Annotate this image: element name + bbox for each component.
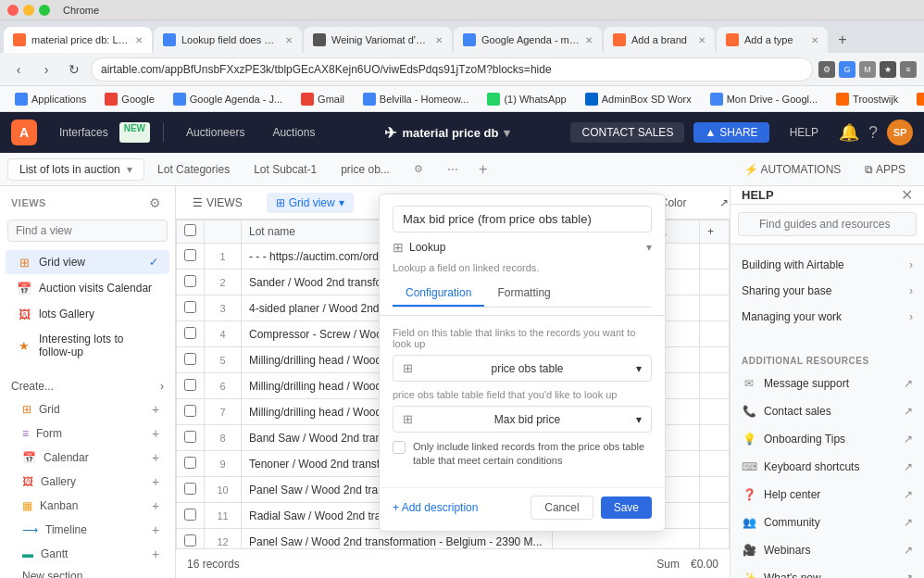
new-tab-button[interactable]: + [830, 27, 855, 53]
add-calendar-plus[interactable]: + [147, 449, 164, 466]
help-item-whatsnew[interactable]: ✨ What's new ↗ [730, 564, 924, 578]
tab-price-ob[interactable]: price ob... [330, 159, 401, 180]
row-checkbox-cell[interactable] [177, 347, 205, 373]
chrome-tab-6[interactable]: Add a type ✕ [717, 27, 828, 53]
bookmark-whatsapp[interactable]: (1) WhatsApp [480, 89, 573, 109]
row-checkbox-cell[interactable] [177, 399, 205, 425]
help-item-onboarding[interactable]: 💡 Onboarding Tips ↗ [730, 425, 924, 453]
add-description-button[interactable]: + Add description [393, 501, 478, 514]
url-bar[interactable]: airtable.com/appBfUnsbFXxzPE3k/tblpGEcAX… [91, 57, 813, 82]
bookmark-troostwijk[interactable]: Troostwijk [829, 89, 905, 109]
tab-settings[interactable]: ⚙ [403, 159, 434, 179]
type-chevron-icon[interactable]: ▾ [646, 241, 652, 254]
help-item-keyboard[interactable]: ⌨ Keyboard shortcuts ↗ [730, 453, 924, 481]
row-checkbox[interactable] [184, 249, 196, 261]
row-checkbox[interactable] [184, 353, 196, 365]
col-add[interactable]: + [700, 220, 730, 244]
filter-checkbox[interactable] [393, 441, 406, 454]
tab-close-3[interactable]: ✕ [435, 35, 443, 45]
chrome-tab-4[interactable]: Google Agenda - mardi,... ✕ [454, 27, 602, 53]
help-item-managing[interactable]: Managing your work › [730, 304, 924, 330]
cancel-button[interactable]: Cancel [531, 496, 593, 520]
sidebar-gear-icon[interactable]: ⚙ [145, 194, 164, 212]
tab-close-1[interactable]: ✕ [135, 35, 143, 45]
ext-icon-4[interactable]: ★ [880, 61, 896, 78]
select-all-checkbox[interactable] [184, 224, 196, 236]
row-checkbox[interactable] [184, 431, 196, 443]
tab-lot-subcat[interactable]: Lot Subcat-1 [243, 159, 328, 180]
forward-button[interactable]: › [35, 58, 57, 81]
automations-button[interactable]: ⚡ AUTOMATIONS [733, 159, 853, 180]
row-checkbox[interactable] [184, 327, 196, 339]
row-checkbox-cell[interactable] [177, 373, 205, 399]
sidebar-item-grid-view[interactable]: ⊞ Grid view ✓ [6, 250, 169, 274]
help-item-contact[interactable]: 📞 Contact sales ↗ [730, 397, 924, 425]
row-checkbox-cell[interactable] [177, 503, 205, 529]
row-checkbox[interactable] [184, 275, 196, 287]
share-view-button[interactable]: ↗ Share view [710, 193, 730, 213]
row-checkbox-cell[interactable] [177, 244, 205, 270]
sidebar-item-auction-visits[interactable]: 📅 Auction visits Calendar [6, 276, 169, 300]
add-kanban-plus[interactable]: + [147, 497, 164, 514]
help-close-button[interactable]: ✕ [901, 186, 913, 204]
row-checkbox[interactable] [184, 483, 196, 495]
chrome-tab-1[interactable]: material price db: List of... ✕ [4, 27, 152, 53]
help-item-building[interactable]: Building with Airtable › [730, 252, 924, 278]
views-toggle-button[interactable]: ☰ VIEWS [183, 193, 252, 213]
nav-auctions[interactable]: Auctions [263, 122, 324, 143]
modal-title-input[interactable] [393, 206, 652, 232]
chrome-tab-5[interactable]: Add a brand ✕ [604, 27, 715, 53]
row-checkbox-cell[interactable] [177, 477, 205, 503]
create-grid[interactable]: ⊞ Grid + [0, 397, 175, 421]
ext-icon-5[interactable]: ≡ [900, 61, 917, 78]
row-checkbox[interactable] [184, 379, 196, 391]
sidebar-item-lots-gallery[interactable]: 🖼 lots Gallery [6, 302, 169, 326]
ext-icon-3[interactable]: M [859, 61, 876, 78]
tab-close-2[interactable]: ✕ [285, 35, 293, 45]
bookmark-mondrive[interactable]: Mon Drive - Googl... [703, 89, 825, 109]
create-timeline[interactable]: ⟶ Timeline + [0, 518, 175, 542]
avatar[interactable]: SP [887, 119, 913, 145]
reload-button[interactable]: ↻ [63, 58, 85, 81]
bookmark-belvilla[interactable]: Belvilla - Homeow... [356, 89, 477, 109]
row-checkbox[interactable] [184, 534, 196, 547]
contact-sales-button[interactable]: CONTACT SALES [570, 122, 684, 143]
help-item-community[interactable]: 👥 Community ↗ [730, 509, 924, 536]
row-checkbox[interactable] [184, 405, 196, 417]
tab-close-5[interactable]: ✕ [698, 35, 705, 45]
row-checkbox[interactable] [184, 301, 196, 313]
table-field-select[interactable]: ⊞ Max bid price ▾ [393, 406, 652, 433]
create-calendar[interactable]: 📅 Calendar + [0, 446, 175, 470]
add-grid-plus[interactable]: + [147, 401, 164, 418]
help-item-webinars[interactable]: 🎥 Webinars ↗ [730, 536, 924, 564]
row-checkbox-cell[interactable] [177, 270, 205, 295]
tab-overflow[interactable]: ⋯ [436, 159, 469, 180]
row-checkbox-cell[interactable] [177, 529, 205, 549]
add-gallery-plus[interactable]: + [147, 473, 164, 490]
back-button[interactable]: ‹ [7, 58, 30, 81]
tab-close-6[interactable]: ✕ [811, 35, 818, 45]
ext-icon-2[interactable]: G [839, 61, 855, 78]
bookmark-google[interactable]: Google [97, 89, 161, 109]
bell-icon[interactable]: 🔔 [839, 122, 859, 143]
app-logo[interactable]: A [11, 119, 37, 145]
chrome-tab-3[interactable]: Weinig Variomat d'oc... ✕ [304, 27, 452, 53]
bookmark-adminbox[interactable]: AdminBox SD Worx [578, 89, 699, 109]
grid-view-button[interactable]: ⊞ Grid view ▾ [267, 193, 354, 213]
add-gantt-plus[interactable]: + [147, 546, 164, 562]
tab-list-of-lots[interactable]: List of lots in auction ▾ [7, 158, 144, 181]
question-icon[interactable]: ? [868, 123, 878, 143]
sidebar-item-interesting[interactable]: ★ Interesting lots to follow-up [6, 328, 169, 363]
help-search-input[interactable] [738, 212, 917, 236]
tab-formatting[interactable]: Formatting [484, 281, 563, 307]
create-gantt[interactable]: ▬ Gantt + [0, 542, 175, 566]
new-section[interactable]: New section [0, 566, 175, 578]
row-checkbox-cell[interactable] [177, 451, 205, 477]
tab-dropdown-icon[interactable]: ▾ [127, 163, 132, 176]
tab-close-4[interactable]: ✕ [585, 35, 593, 45]
help-item-sharing[interactable]: Sharing your base › [730, 278, 924, 304]
tab-configuration[interactable]: Configuration [393, 281, 484, 307]
help-item-helpcenter[interactable]: ❓ Help center ↗ [730, 481, 924, 509]
field-select[interactable]: ⊞ price obs table ▾ [393, 355, 652, 382]
create-gallery[interactable]: 🖼 Gallery + [0, 470, 175, 494]
